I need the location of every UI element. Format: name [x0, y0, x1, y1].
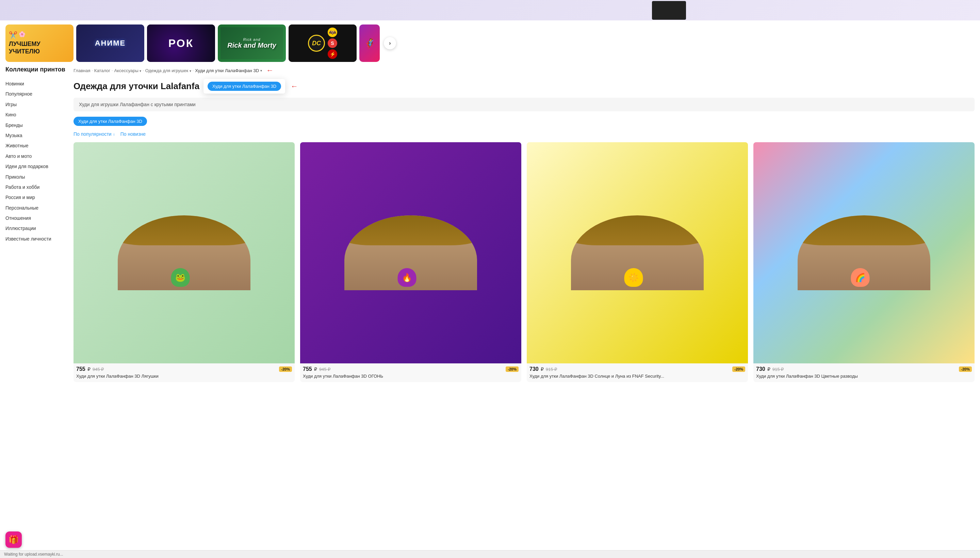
- sidebar-item-приколы[interactable]: Приколы: [5, 172, 65, 182]
- filter-chip-area: Худи для утки ЛалаФанфан 3D: [74, 117, 975, 131]
- discount-badge: -20%: [959, 366, 972, 372]
- dropdown-active-item[interactable]: Худи для утки ЛалаФанфан 3D: [208, 82, 281, 91]
- category-banners-row: ✂️ 🌸 ЛУЧШЕМУ УЧИТЕЛЮ АНИМЕ РОК Rick and …: [0, 20, 980, 66]
- sidebar-item-животные[interactable]: Животные: [5, 141, 65, 151]
- product-name: Худи для утки ЛалаФанфан 3D Цветные разв…: [756, 374, 972, 379]
- content-area: Главная · Каталог · Аксессуары ▾ · Одежд…: [74, 66, 975, 382]
- discount-badge: -20%: [506, 366, 519, 372]
- breadcrumb-current[interactable]: Худи для утки ЛалаФанфан 3D ▾: [195, 68, 262, 73]
- sidebar-item-музыка[interactable]: Музыка: [5, 130, 65, 141]
- breadcrumb: Главная · Каталог · Аксессуары ▾ · Одежд…: [74, 66, 975, 75]
- product-card[interactable]: ☀️ 730 ₽ 915 ₽ -20% Худи для утки ЛалаФа…: [527, 142, 748, 382]
- sidebar-title: Коллекции принтов: [5, 66, 65, 73]
- product-name: Худи для утки ЛалаФанфан 3D Лягушки: [76, 374, 292, 379]
- page-title: Одежда для уточки Lalafanfa: [74, 81, 199, 92]
- banner-nav-arrow-right[interactable]: ›: [384, 37, 396, 49]
- page-subtitle: Худи для игрушки Лалафанфан с крутыми пр…: [74, 98, 975, 111]
- sort-by-newest[interactable]: По новизне: [120, 131, 146, 137]
- banner-rock-label: РОК: [168, 37, 194, 50]
- discount-badge: -20%: [732, 366, 745, 372]
- price-old: 945 ₽: [92, 367, 104, 372]
- red-arrow-breadcrumb: ←: [266, 66, 274, 75]
- active-filter-chip[interactable]: Худи для утки ЛалаФанфан 3D: [74, 117, 147, 126]
- sidebar-item-работа-и-хобби[interactable]: Работа и хобби: [5, 182, 65, 192]
- product-card[interactable]: 🐸 755 ₽ 945 ₽ -20% Худи для утки ЛалаФан…: [74, 142, 295, 382]
- banner-clothing-image: [652, 1, 686, 20]
- sidebar-item-известные-личности[interactable]: Известные личности: [5, 234, 65, 244]
- banner-dc[interactable]: DC 🦇 S ⚡: [289, 25, 356, 62]
- sidebar-item-россия-и-мир[interactable]: Россия и мир: [5, 192, 65, 202]
- price-current: 730: [529, 366, 538, 372]
- discount-badge: -20%: [279, 366, 292, 372]
- price-current: 730: [756, 366, 765, 372]
- product-card[interactable]: 🌈 730 ₽ 915 ₽ -20% Худи для утки ЛалаФан…: [753, 142, 975, 382]
- product-name: Худи для утки ЛалаФанфан 3D ОГОНЬ: [303, 374, 519, 379]
- price-current: 755: [76, 366, 85, 372]
- product-name: Худи для утки ЛалаФанфан 3D Солнце и Лун…: [529, 374, 745, 379]
- sidebar: Коллекции принтов НовинкиПопулярноеИгрыК…: [5, 66, 74, 382]
- sidebar-item-новинки[interactable]: Новинки: [5, 79, 65, 89]
- price-old: 945 ₽: [319, 367, 330, 372]
- sort-by-popularity[interactable]: По популярности ↓: [74, 131, 115, 137]
- price-old: 915 ₽: [546, 367, 557, 372]
- main-layout: Коллекции принтов НовинкиПопулярноеИгрыК…: [0, 66, 980, 382]
- banner-partial[interactable]: 🦸: [359, 25, 380, 62]
- sidebar-item-бренды[interactable]: Бренды: [5, 120, 65, 130]
- breadcrumb-dropdown-arrow: ▾: [260, 69, 262, 72]
- sidebar-item-игры[interactable]: Игры: [5, 99, 65, 110]
- price-old: 915 ₽: [772, 367, 784, 372]
- top-banner: [0, 0, 980, 20]
- breadcrumb-dropdown-popup: Худи для утки ЛалаФанфан 3D: [204, 79, 285, 94]
- title-row: Одежда для уточки Lalafanfa Худи для утк…: [74, 79, 975, 94]
- banner-teacher-label: ЛУЧШЕМУ УЧИТЕЛЮ: [9, 41, 70, 55]
- banner-anime-label: АНИМЕ: [95, 39, 126, 48]
- sidebar-item-иллюстрации[interactable]: Иллюстрации: [5, 223, 65, 233]
- banner-rickmorty[interactable]: Rick and Rick and Morty: [218, 25, 286, 62]
- product-grid: 🐸 755 ₽ 945 ₽ -20% Худи для утки ЛалаФан…: [74, 142, 975, 382]
- banner-anime[interactable]: АНИМЕ: [76, 25, 144, 62]
- sidebar-item-идеи-для-подарков[interactable]: Идеи для подарков: [5, 161, 65, 171]
- sort-bar: По популярности ↓ По новизне: [74, 131, 975, 137]
- dc-logo: DC: [308, 35, 325, 52]
- sidebar-item-кино[interactable]: Кино: [5, 110, 65, 120]
- breadcrumb-catalog[interactable]: Каталог: [94, 68, 110, 73]
- sidebar-item-авто-и-мото[interactable]: Авто и мото: [5, 151, 65, 161]
- chevron-right-icon: ›: [389, 40, 391, 46]
- sidebar-items: НовинкиПопулярноеИгрыКиноБрендыМузыкаЖив…: [5, 79, 65, 244]
- sort-arrow-down: ↓: [113, 132, 115, 136]
- banner-rickmorty-label: Rick and Morty: [227, 41, 276, 49]
- red-arrow-dropdown: ←: [291, 82, 298, 91]
- banner-rock[interactable]: РОК: [147, 25, 215, 62]
- product-card[interactable]: 🔥 755 ₽ 945 ₽ -20% Худи для утки ЛалаФан…: [300, 142, 521, 382]
- sidebar-item-персональные[interactable]: Персональные: [5, 203, 65, 213]
- banner-teacher[interactable]: ✂️ 🌸 ЛУЧШЕМУ УЧИТЕЛЮ: [5, 25, 74, 62]
- breadcrumb-accessories[interactable]: Аксессуары ▾: [114, 68, 141, 73]
- sidebar-item-популярное[interactable]: Популярное: [5, 89, 65, 99]
- breadcrumb-toy-clothing[interactable]: Одежда для игрушек ▾: [145, 68, 191, 73]
- breadcrumb-home[interactable]: Главная: [74, 68, 90, 73]
- price-current: 755: [303, 366, 312, 372]
- sidebar-item-отношения[interactable]: Отношения: [5, 213, 65, 223]
